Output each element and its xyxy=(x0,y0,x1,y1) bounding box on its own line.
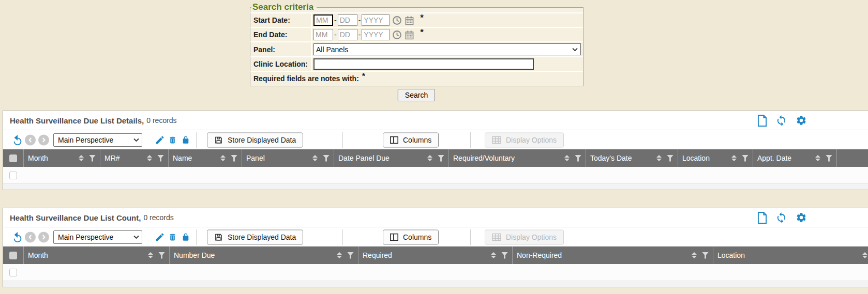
required-note-text: Required fields are notes with: xyxy=(253,74,359,83)
column-header-required[interactable]: Required xyxy=(358,246,513,264)
start-date-time-picker-button[interactable] xyxy=(392,16,402,25)
end-date-day-input[interactable] xyxy=(338,29,357,40)
undo-button[interactable] xyxy=(12,231,23,243)
sort-icon[interactable] xyxy=(564,155,570,161)
next-perspective-button[interactable] xyxy=(38,134,49,145)
filter-icon[interactable] xyxy=(575,155,581,162)
previous-perspective-button[interactable] xyxy=(25,231,36,242)
start-date-month-input[interactable] xyxy=(313,14,333,26)
delete-perspective-button[interactable] xyxy=(168,135,177,145)
filter-icon[interactable] xyxy=(826,155,832,162)
delete-perspective-button[interactable] xyxy=(168,232,177,242)
filter-icon[interactable] xyxy=(323,155,330,162)
sort-icon[interactable] xyxy=(491,252,496,258)
panel-select[interactable]: All Panels xyxy=(313,43,581,55)
sort-icon[interactable] xyxy=(220,155,226,161)
sort-icon[interactable] xyxy=(79,155,84,161)
section-title: Health Surveillance Due List Details, xyxy=(10,116,144,125)
new-document-button[interactable] xyxy=(757,115,767,127)
display-options-button[interactable]: Display Options xyxy=(485,132,564,147)
refresh-button[interactable] xyxy=(775,212,787,224)
time-clock-icon xyxy=(392,16,402,25)
previous-perspective-button[interactable] xyxy=(25,134,36,145)
store-displayed-data-button[interactable]: Store Displayed Data xyxy=(207,132,303,147)
column-header-location[interactable]: Location xyxy=(678,149,753,167)
sort-icon[interactable] xyxy=(337,252,342,258)
sort-icon[interactable] xyxy=(312,155,318,161)
column-header-todays-date[interactable]: Today's Date xyxy=(586,149,678,167)
sort-icon[interactable] xyxy=(656,155,662,161)
filter-icon[interactable] xyxy=(89,155,96,162)
settings-button[interactable] xyxy=(796,115,807,126)
filter-icon[interactable] xyxy=(667,155,674,162)
end-date-time-picker-button[interactable] xyxy=(392,30,402,40)
lock-perspective-button[interactable] xyxy=(182,135,190,145)
save-floppy-icon xyxy=(214,233,223,241)
start-date-day-input[interactable] xyxy=(338,14,357,26)
sort-icon[interactable] xyxy=(147,155,152,161)
select-all-checkbox[interactable] xyxy=(9,154,17,162)
row-checkbox[interactable] xyxy=(9,269,17,276)
edit-perspective-button[interactable] xyxy=(155,232,165,242)
filter-icon[interactable] xyxy=(158,252,165,259)
column-header-overflow xyxy=(837,149,868,167)
column-header-panel[interactable]: Panel xyxy=(242,149,334,167)
section-title-icons xyxy=(757,111,807,130)
sort-icon[interactable] xyxy=(692,252,697,258)
search-button[interactable]: Search xyxy=(398,89,435,101)
toolbar-separator xyxy=(470,229,471,245)
columns-button[interactable]: Columns xyxy=(383,132,439,147)
filter-icon[interactable] xyxy=(742,155,749,162)
settings-button[interactable] xyxy=(796,212,807,223)
date-separator: - xyxy=(358,16,361,24)
perspective-select[interactable]: Main Perspective xyxy=(53,133,142,147)
end-date-fields: - - * xyxy=(312,28,583,41)
column-header-name[interactable]: Name xyxy=(169,149,242,167)
column-header-mr-number[interactable]: MR# xyxy=(100,149,169,167)
column-header-location[interactable]: Location xyxy=(713,246,868,264)
column-header-required-voluntary[interactable]: Required/Voluntary xyxy=(449,149,586,167)
end-date-calendar-picker-button[interactable] xyxy=(405,30,414,40)
new-document-button[interactable] xyxy=(757,212,767,224)
toolbar-separator xyxy=(196,132,197,148)
sort-icon[interactable] xyxy=(427,155,432,161)
columns-button[interactable]: Columns xyxy=(383,229,439,244)
filter-icon[interactable] xyxy=(347,252,354,259)
store-displayed-data-button[interactable]: Store Displayed Data xyxy=(207,229,303,244)
filter-icon[interactable] xyxy=(702,252,709,259)
row-checkbox[interactable] xyxy=(9,172,17,179)
undo-button[interactable] xyxy=(12,134,23,146)
start-date-calendar-picker-button[interactable] xyxy=(405,16,414,25)
start-date-year-input[interactable] xyxy=(362,14,390,26)
refresh-button[interactable] xyxy=(775,115,787,127)
clinic-location-input[interactable] xyxy=(313,58,534,70)
end-date-month-input[interactable] xyxy=(313,29,333,40)
sort-icon[interactable] xyxy=(731,155,737,161)
column-header-month[interactable]: Month xyxy=(24,246,170,264)
column-header-non-required[interactable]: Non-Required xyxy=(513,246,713,264)
record-count: 0 records xyxy=(143,213,173,222)
display-options-button[interactable]: Display Options xyxy=(485,229,564,244)
filter-icon[interactable] xyxy=(501,252,508,259)
filter-icon[interactable] xyxy=(157,155,164,162)
column-header-date-panel-due[interactable]: Date Panel Due xyxy=(334,149,449,167)
calendar-icon xyxy=(405,16,414,25)
lock-perspective-button[interactable] xyxy=(182,232,190,242)
sort-icon[interactable] xyxy=(862,252,867,258)
end-date-year-input[interactable] xyxy=(362,29,390,40)
table-footer-strip xyxy=(3,281,868,287)
filter-icon[interactable] xyxy=(231,155,237,162)
display-options-grid-icon xyxy=(492,136,501,144)
perspective-select[interactable]: Main Perspective xyxy=(53,230,142,244)
column-header-month[interactable]: Month xyxy=(24,149,100,167)
display-options-grid-icon xyxy=(492,233,501,241)
column-header-appt-date[interactable]: Appt. Date xyxy=(753,149,837,167)
sort-icon[interactable] xyxy=(815,155,820,161)
section-title-bar: Health Surveillance Due List Details, 0 … xyxy=(3,111,868,130)
select-all-checkbox[interactable] xyxy=(9,252,17,259)
column-header-number-due[interactable]: Number Due xyxy=(170,246,358,264)
next-perspective-button[interactable] xyxy=(38,231,49,242)
sort-icon[interactable] xyxy=(148,252,153,258)
edit-perspective-button[interactable] xyxy=(155,135,165,145)
filter-icon[interactable] xyxy=(438,155,444,162)
